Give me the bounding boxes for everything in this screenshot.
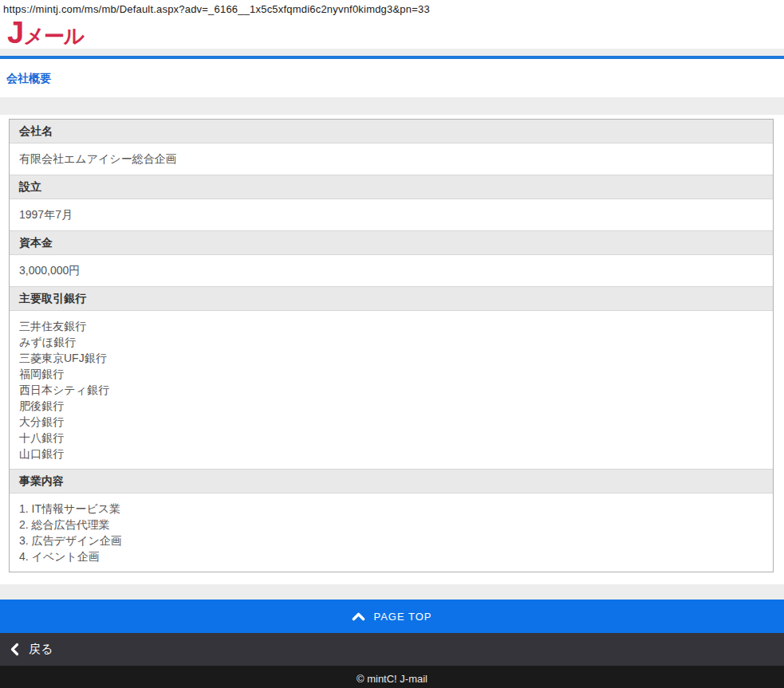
bank-item: 三菱東京UFJ銀行 [19,350,763,366]
captured-url-text: https://mintj.com/ms/mb/Default.aspx?adv… [0,0,784,17]
chevron-up-icon [352,612,365,621]
row-label-banks: 主要取引銀行 [10,287,773,311]
page-title-row: 会社概要 [0,59,784,97]
bank-item: 大分銀行 [19,414,763,430]
chevron-left-icon [10,643,19,656]
business-item: 4. イベント企画 [19,548,763,564]
header-gray-strip [0,49,784,56]
bank-item: 山口銀行 [19,446,763,462]
page-top-button[interactable]: PAGE TOP [0,600,784,633]
row-value-capital: 3,000,000円 [10,255,773,287]
business-item: 1. IT情報サービス業 [19,501,763,517]
bank-item: 三井住友銀行 [19,318,763,334]
section-divider-band [0,584,784,600]
business-item: 2. 総合広告代理業 [19,517,763,533]
business-item: 3. 広告デザイン企画 [19,533,763,548]
back-button[interactable]: 戻る [0,633,784,666]
row-value-business: 1. IT情報サービス業 2. 総合広告代理業 3. 広告デザイン企画 4. イ… [10,493,773,572]
bank-item: 西日本シティ銀行 [19,382,763,398]
section-divider-band [0,97,784,115]
site-footer: © mintC! J-mail [0,666,784,688]
back-label: 戻る [29,642,53,657]
site-header: J メール [0,17,784,49]
copyright-text: © mintC! J-mail [357,673,427,685]
company-info-table: 会社名 有限会社エムアイシー総合企画 設立 1997年7月 資本金 3,000,… [9,119,774,572]
row-label-business: 事業内容 [10,470,773,493]
bank-item: 十八銀行 [19,430,763,446]
row-label-company-name: 会社名 [10,120,773,143]
bank-item: 肥後銀行 [19,398,763,414]
bank-item: 福岡銀行 [19,366,763,382]
logo-j-glyph: J [7,18,23,48]
row-value-banks: 三井住友銀行 みずほ銀行 三菱東京UFJ銀行 福岡銀行 西日本シティ銀行 肥後銀… [10,311,773,470]
row-value-established: 1997年7月 [10,199,773,231]
logo-mail-glyph: メール [23,26,84,48]
row-label-established: 設立 [10,175,773,199]
established-text: 1997年7月 [19,207,763,222]
table-gap [0,572,784,584]
bank-item: みずほ銀行 [19,334,763,350]
page-top-label: PAGE TOP [373,611,431,623]
row-label-capital: 資本金 [10,231,773,255]
capital-text: 3,000,000円 [19,263,763,278]
jmail-logo[interactable]: J メール [7,18,84,48]
row-value-company-name: 有限会社エムアイシー総合企画 [10,143,773,175]
page-title: 会社概要 [6,72,51,85]
company-name-text: 有限会社エムアイシー総合企画 [19,151,763,167]
